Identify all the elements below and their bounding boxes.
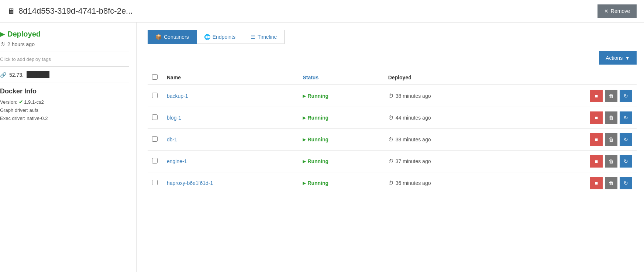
- page-title: 8d14d553-319d-4741-b8fc-2e...: [18, 6, 132, 16]
- deployed-time-text: 36 minutes ago: [396, 180, 431, 186]
- container-actions-cell: ■ 🗑 ↻: [511, 151, 637, 172]
- check-icon: ✔: [19, 99, 24, 105]
- delete-button[interactable]: 🗑: [605, 111, 617, 124]
- table-row: db-1 ▶ Running ⏱ 38 minutes ago ■ 🗑: [148, 129, 637, 151]
- status-text: Running: [307, 93, 328, 99]
- deployed-time: ⏱ 36 minutes ago: [388, 180, 507, 186]
- row-checkbox[interactable]: [152, 114, 158, 120]
- container-name-link[interactable]: blog-1: [167, 115, 181, 121]
- docker-exec-driver-row: Exec driver: native-0.2: [0, 114, 129, 123]
- select-all-checkbox[interactable]: [152, 74, 158, 80]
- refresh-icon: ↻: [624, 93, 628, 99]
- sidebar: ▶ Deployed ⏱ 2 hours ago Click to add de…: [0, 23, 137, 272]
- table-row: blog-1 ▶ Running ⏱ 44 minutes ago ■ 🗑: [148, 107, 637, 129]
- container-deployed-cell: ⏱ 38 minutes ago: [384, 129, 511, 151]
- play-icon: ▶: [303, 159, 306, 164]
- row-checkbox[interactable]: [152, 158, 158, 163]
- stop-icon: ■: [595, 158, 598, 164]
- docker-info: Docker Info Version: ✔ 1.9.1-cs2 Graph d…: [0, 87, 129, 123]
- divider-1: [0, 52, 129, 52]
- actions-button[interactable]: Actions ▼: [599, 51, 637, 65]
- stop-button[interactable]: ■: [590, 133, 603, 146]
- row-checkbox[interactable]: [152, 180, 158, 185]
- delete-button[interactable]: 🗑: [605, 177, 617, 189]
- container-deployed-cell: ⏱ 44 minutes ago: [384, 107, 511, 129]
- delete-button[interactable]: 🗑: [605, 133, 617, 146]
- container-status-cell: ▶ Running: [298, 129, 383, 151]
- container-name-link[interactable]: haproxy-b6e1f61d-1: [167, 180, 213, 186]
- stop-icon: ■: [595, 93, 598, 99]
- tab-containers[interactable]: 📦 Containers: [148, 30, 197, 44]
- container-name-cell: backup-1: [162, 85, 298, 107]
- container-status-cell: ▶ Running: [298, 107, 383, 129]
- status-text: Running: [307, 137, 328, 142]
- status-text: Running: [307, 158, 328, 164]
- refresh-icon: ↻: [624, 115, 628, 121]
- restart-button[interactable]: ↻: [620, 177, 632, 189]
- deployed-time-text: 44 minutes ago: [396, 115, 431, 121]
- running-status: ▶ Running: [303, 137, 379, 142]
- container-name-cell: haproxy-b6e1f61d-1: [162, 172, 298, 194]
- stop-button[interactable]: ■: [590, 90, 603, 102]
- time-ago: ⏱ 2 hours ago: [0, 41, 129, 47]
- status-column-header: Status: [298, 70, 383, 85]
- running-status: ▶ Running: [303, 158, 379, 164]
- clock-icon: ⏱: [388, 93, 393, 99]
- container-deployed-cell: ⏱ 38 minutes ago: [384, 85, 511, 107]
- container-actions-cell: ■ 🗑 ↻: [511, 129, 637, 151]
- container-actions-cell: ■ 🗑 ↻: [511, 172, 637, 194]
- play-icon: ▶: [303, 137, 306, 142]
- row-actions: ■ 🗑 ↻: [516, 177, 633, 189]
- stop-icon: ■: [595, 137, 598, 142]
- container-name-link[interactable]: db-1: [167, 137, 177, 142]
- actions-bar: Actions ▼: [148, 51, 637, 65]
- container-name-cell: engine-1: [162, 151, 298, 172]
- remove-button[interactable]: ✕ Remove: [597, 4, 637, 18]
- row-checkbox[interactable]: [152, 93, 158, 98]
- container-actions-cell: ■ 🗑 ↻: [511, 85, 637, 107]
- stop-button[interactable]: ■: [590, 155, 603, 168]
- trash-icon: 🗑: [609, 115, 614, 121]
- play-icon: ▶: [303, 181, 306, 186]
- delete-button[interactable]: 🗑: [605, 155, 617, 168]
- server-icon: 🖥: [7, 7, 15, 16]
- clock-icon: ⏱: [388, 180, 393, 186]
- table-header-row: Name Status Deployed: [148, 70, 637, 85]
- tab-timeline[interactable]: ☰ Timeline: [243, 30, 285, 44]
- chevron-down-icon: ▼: [625, 55, 630, 61]
- trash-icon: 🗑: [609, 93, 614, 99]
- row-checkbox[interactable]: [152, 136, 158, 142]
- tab-endpoints[interactable]: 🌐 Endpoints: [197, 30, 243, 44]
- play-icon: ▶: [0, 31, 4, 38]
- stop-icon: ■: [595, 180, 598, 186]
- row-checkbox-cell: [148, 85, 162, 107]
- row-actions: ■ 🗑 ↻: [516, 111, 633, 124]
- container-status-cell: ▶ Running: [298, 172, 383, 194]
- docker-version-row: Version: ✔ 1.9.1-cs2: [0, 98, 129, 106]
- play-icon: ▶: [303, 116, 306, 120]
- deployed-column-header: Deployed: [384, 70, 511, 85]
- ip-masked: █████: [27, 71, 49, 78]
- container-name-link[interactable]: backup-1: [167, 93, 188, 99]
- stop-button[interactable]: ■: [590, 111, 603, 124]
- stop-button[interactable]: ■: [590, 177, 603, 189]
- row-actions: ■ 🗑 ↻: [516, 90, 633, 102]
- container-actions-cell: ■ 🗑 ↻: [511, 107, 637, 129]
- container-name-link[interactable]: engine-1: [167, 158, 187, 164]
- play-icon: ▶: [303, 94, 306, 99]
- deploy-tags[interactable]: Click to add deploy tags: [0, 56, 129, 62]
- restart-button[interactable]: ↻: [620, 111, 632, 124]
- docker-info-title: Docker Info: [0, 87, 129, 95]
- restart-button[interactable]: ↻: [620, 90, 632, 102]
- restart-button[interactable]: ↻: [620, 155, 632, 168]
- timeline-icon: ☰: [251, 34, 255, 40]
- running-status: ▶ Running: [303, 93, 379, 99]
- deployed-time: ⏱ 38 minutes ago: [388, 137, 507, 142]
- restart-button[interactable]: ↻: [620, 133, 632, 146]
- status-section: ▶ Deployed ⏱ 2 hours ago: [0, 30, 129, 47]
- status-text: Running: [307, 180, 328, 186]
- clock-icon: ⏱: [388, 115, 393, 121]
- clock-icon: ⏱: [388, 158, 393, 164]
- delete-button[interactable]: 🗑: [605, 90, 617, 102]
- divider-2: [0, 66, 129, 67]
